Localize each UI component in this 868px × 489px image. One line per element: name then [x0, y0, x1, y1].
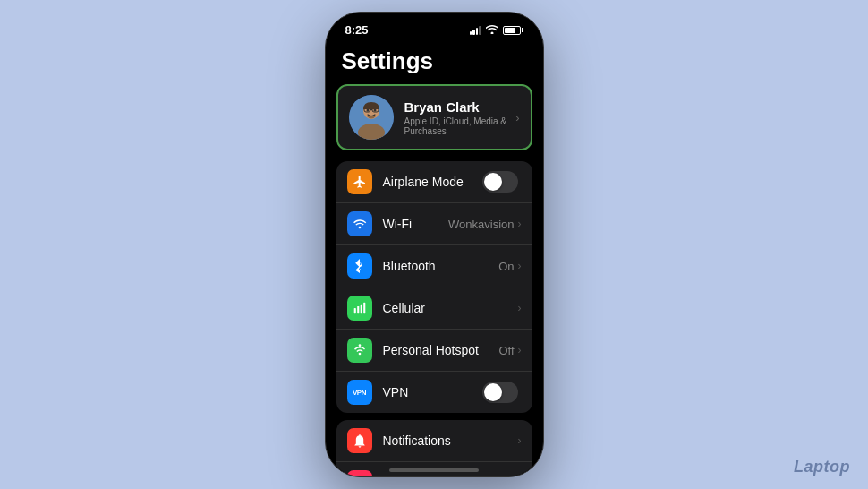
home-indicator	[389, 468, 479, 472]
vpn-toggle[interactable]	[482, 382, 518, 403]
notifications-icon	[347, 428, 372, 453]
wifi-chevron: ›	[518, 218, 522, 230]
vpn-row[interactable]: VPN VPN	[336, 372, 532, 413]
notifications-chevron: ›	[518, 434, 522, 447]
svg-rect-10	[360, 305, 362, 314]
airplane-mode-icon	[347, 169, 372, 194]
personal-hotspot-value: Off	[498, 344, 514, 357]
bluetooth-row[interactable]: Bluetooth On ›	[336, 245, 532, 287]
watermark: Laptop	[794, 458, 850, 476]
vpn-row-icon: VPN	[347, 380, 372, 405]
bluetooth-label: Bluetooth	[383, 259, 499, 273]
time: 8:25	[345, 23, 369, 37]
svg-rect-9	[357, 306, 359, 313]
page-title: Settings	[326, 40, 543, 84]
vpn-label: VPN	[383, 385, 482, 399]
profile-subtitle: Apple ID, iCloud, Media & Purchases	[404, 116, 516, 136]
personal-hotspot-chevron: ›	[518, 344, 522, 356]
wifi-row-icon	[347, 211, 372, 236]
svg-rect-8	[353, 308, 355, 313]
cellular-chevron: ›	[518, 302, 522, 314]
personal-hotspot-row[interactable]: Personal Hotspot Off ›	[336, 330, 532, 372]
wifi-value: Wonkavision	[448, 218, 514, 231]
notifications-row[interactable]: Notifications ›	[336, 420, 532, 462]
status-bar: 8:25	[326, 13, 543, 40]
connectivity-group: Airplane Mode Wi-Fi Wonkavision ›	[336, 161, 532, 413]
battery-icon	[503, 26, 523, 35]
phone-content: Settings	[326, 40, 543, 476]
airplane-mode-toggle[interactable]	[482, 171, 518, 193]
avatar	[349, 95, 394, 140]
profile-name: Bryan Clark	[404, 99, 516, 115]
profile-card[interactable]: Bryan Clark Apple ID, iCloud, Media & Pu…	[336, 84, 532, 150]
personal-hotspot-icon	[347, 338, 372, 363]
bluetooth-value: On	[498, 260, 514, 273]
sounds-icon	[347, 470, 372, 476]
personal-hotspot-label: Personal Hotspot	[383, 343, 499, 357]
airplane-mode-label: Airplane Mode	[383, 175, 482, 189]
profile-info: Bryan Clark Apple ID, iCloud, Media & Pu…	[404, 99, 516, 136]
svg-point-13	[358, 344, 361, 347]
cellular-label: Cellular	[383, 301, 518, 315]
svg-rect-11	[363, 303, 365, 314]
bluetooth-row-icon	[347, 253, 372, 279]
notifications-group: Notifications › Sounds & Haptics ›	[336, 420, 532, 476]
svg-point-12	[358, 353, 361, 356]
signal-icon	[470, 26, 481, 35]
cellular-row-icon	[347, 296, 372, 321]
wifi-label: Wi-Fi	[383, 217, 449, 231]
cellular-row[interactable]: Cellular ›	[336, 287, 532, 330]
wifi-icon	[486, 24, 498, 36]
wifi-row[interactable]: Wi-Fi Wonkavision ›	[336, 203, 532, 245]
notifications-label: Notifications	[383, 433, 518, 448]
bluetooth-chevron: ›	[518, 260, 522, 272]
status-icons	[470, 24, 523, 36]
profile-chevron: ›	[515, 111, 519, 124]
phone-frame: 8:25 Se	[325, 12, 544, 477]
airplane-mode-row[interactable]: Airplane Mode	[336, 161, 532, 203]
